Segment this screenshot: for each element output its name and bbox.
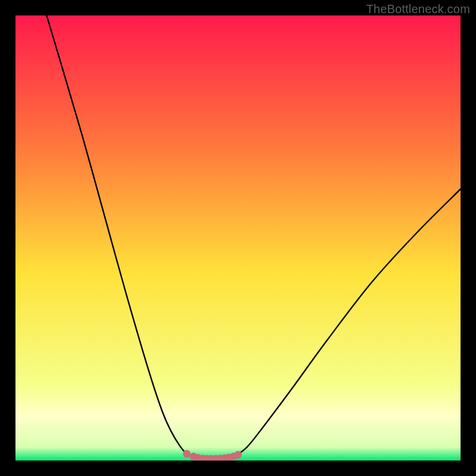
watermark-text: TheBottleneck.com — [366, 2, 470, 16]
chart-frame: TheBottleneck.com — [0, 0, 476, 476]
trough-dot — [183, 450, 190, 458]
gradient-background — [15, 15, 461, 461]
bottleneck-chart — [15, 15, 461, 461]
trough-dot — [234, 451, 242, 459]
